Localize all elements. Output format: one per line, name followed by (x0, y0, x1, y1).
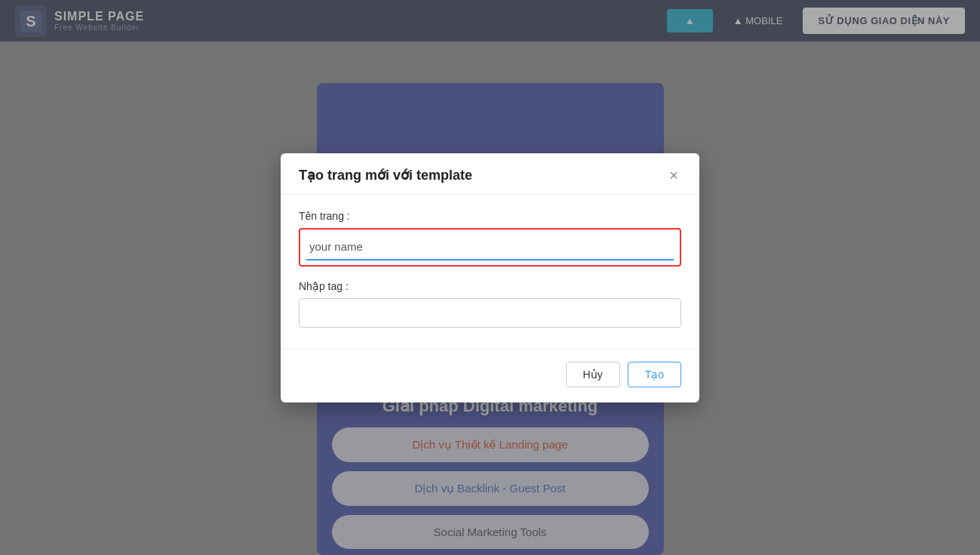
modal-body: Tên trang : Nhập tag : (281, 195, 699, 349)
modal-close-button[interactable]: × (666, 168, 681, 183)
modal-header: Tạo trang mới với template × (281, 153, 699, 195)
nhap-tag-label: Nhập tag : (299, 280, 681, 292)
modal-footer: Hủy Tạo (281, 349, 699, 402)
ten-trang-input-wrapper (299, 228, 681, 267)
nhap-tag-field-group: Nhập tag : (299, 280, 681, 328)
create-button[interactable]: Tạo (628, 362, 681, 387)
nhap-tag-input[interactable] (299, 298, 681, 328)
ten-trang-input[interactable] (306, 234, 674, 261)
create-page-modal: Tạo trang mới với template × Tên trang :… (281, 153, 699, 402)
modal-overlay: Tạo trang mới với template × Tên trang :… (0, 0, 980, 555)
modal-title: Tạo trang mới với template (299, 167, 472, 183)
cancel-button[interactable]: Hủy (566, 362, 620, 387)
ten-trang-field-group: Tên trang : (299, 210, 681, 267)
ten-trang-label: Tên trang : (299, 210, 681, 222)
